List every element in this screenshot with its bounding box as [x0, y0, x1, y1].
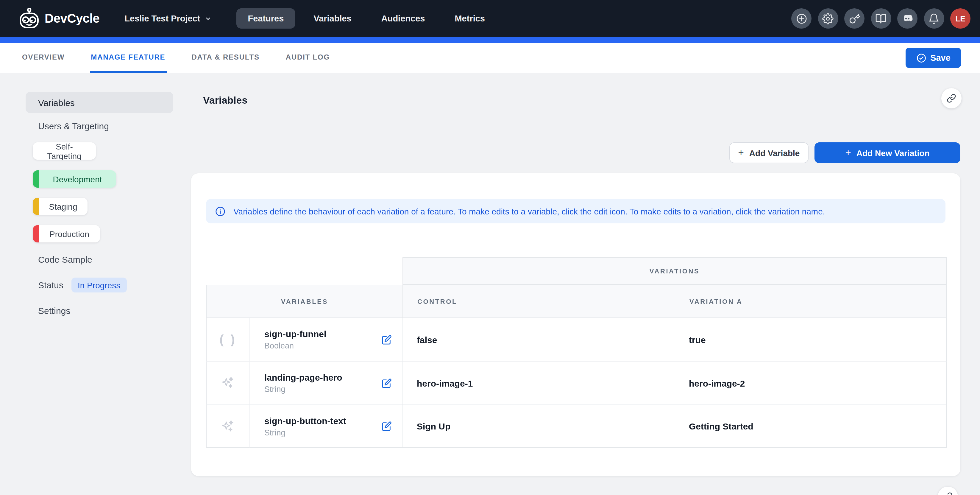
- env-label: Staging: [39, 202, 88, 211]
- save-button[interactable]: Save: [905, 48, 961, 68]
- save-button-label: Save: [930, 53, 951, 62]
- feature-progress-strip: [0, 37, 980, 43]
- top-navbar: DevCycle Leslie Test Project Features Va…: [0, 0, 980, 37]
- variations-group-header: VARIATIONS: [402, 257, 947, 285]
- sidebar-item-status[interactable]: Status: [38, 280, 64, 290]
- variation-a-column-label[interactable]: VARIATION A: [675, 298, 947, 305]
- gear-icon: [822, 13, 834, 24]
- variation-column-headers: CONTROL VARIATION A: [402, 285, 947, 318]
- control-value-cell: false: [402, 318, 675, 361]
- variables-column-label: VARIABLES: [281, 298, 328, 305]
- sparkles-type-icon: [220, 375, 236, 391]
- project-selector-label: Leslie Test Project: [124, 14, 200, 23]
- nav-item-variables[interactable]: Variables: [302, 8, 363, 29]
- variable-name: sign-up-button-text: [264, 415, 368, 426]
- api-keys-button[interactable]: [844, 8, 864, 29]
- bell-icon: [928, 13, 940, 24]
- project-selector[interactable]: Leslie Test Project: [124, 14, 212, 23]
- table-row-type-icon-cell: ( ): [206, 318, 250, 361]
- env-development-color-bar: [33, 170, 39, 188]
- sidebar-item-code-sample[interactable]: Code Sample: [38, 255, 92, 264]
- variables-card: Variables define the behaviour of each v…: [191, 173, 960, 476]
- env-production-color-bar: [33, 225, 39, 242]
- tab-audit-log[interactable]: AUDIT LOG: [285, 43, 331, 73]
- variable-name: sign-up-funnel: [264, 329, 368, 339]
- sparkles-type-icon: [220, 419, 236, 434]
- sidebar-env-self-targeting[interactable]: Self-Targeting: [33, 142, 96, 160]
- feature-tabbar: OVERVIEW MANAGE FEATURE DATA & RESULTS A…: [0, 43, 980, 73]
- chevron-down-icon: [205, 15, 212, 22]
- devcycle-robot-icon: [18, 7, 40, 30]
- sidebar-item-users-targeting[interactable]: Users & Targeting: [38, 121, 109, 131]
- variable-type: String: [264, 428, 368, 437]
- plus-icon: +: [738, 147, 744, 158]
- control-value-cell: Sign Up: [402, 405, 675, 448]
- add-variable-button[interactable]: + Add Variable: [729, 142, 808, 163]
- variable-name: landing-page-hero: [264, 372, 368, 382]
- sidebar-env-production[interactable]: Production: [33, 225, 100, 242]
- brand-name: DevCycle: [45, 11, 99, 25]
- table-row-type-icon-cell: [206, 405, 250, 448]
- brand-logo[interactable]: DevCycle: [18, 7, 99, 30]
- user-avatar[interactable]: LE: [950, 8, 970, 29]
- nav-item-audiences[interactable]: Audiences: [370, 8, 436, 29]
- tab-manage-feature[interactable]: MANAGE FEATURE: [90, 43, 166, 73]
- add-new-variation-button[interactable]: + Add New Variation: [815, 142, 960, 163]
- env-label: Self-Targeting: [33, 142, 96, 160]
- table-row-variable-cell: landing-page-hero String: [250, 361, 402, 405]
- edit-variable-button[interactable]: [379, 333, 393, 347]
- sidebar-item-variables[interactable]: Variables: [25, 92, 173, 113]
- env-staging-color-bar: [33, 198, 39, 215]
- variable-type: String: [264, 385, 368, 394]
- table-row-type-icon-cell: [206, 361, 250, 405]
- info-banner: Variables define the behaviour of each v…: [206, 199, 945, 223]
- env-label: Production: [39, 229, 100, 239]
- edit-variable-button[interactable]: [379, 376, 393, 390]
- plus-icon: +: [845, 147, 851, 158]
- table-row-variable-cell: sign-up-button-text String: [250, 405, 402, 448]
- table-row-variable-cell: sign-up-funnel Boolean: [250, 318, 402, 361]
- info-icon: [215, 206, 226, 216]
- page-content: Variables Users & Targeting Self-Targeti…: [0, 73, 980, 495]
- nav-item-features[interactable]: Features: [236, 8, 295, 29]
- discord-icon: [901, 13, 913, 24]
- section-divider: [185, 117, 966, 117]
- plus-circle-icon: [796, 13, 807, 24]
- nav-item-metrics[interactable]: Metrics: [443, 8, 496, 29]
- sidebar-env-development[interactable]: Development: [33, 170, 116, 188]
- control-value-cell: hero-image-1: [402, 361, 675, 405]
- check-circle-icon: [916, 53, 926, 63]
- boolean-type-icon: ( ): [220, 333, 237, 347]
- info-banner-text: Variables define the behaviour of each v…: [233, 206, 825, 216]
- variable-type: Boolean: [264, 341, 368, 350]
- tab-data-results[interactable]: DATA & RESULTS: [190, 43, 261, 73]
- env-label: Development: [39, 174, 116, 184]
- sidebar-item-settings[interactable]: Settings: [38, 306, 70, 316]
- variation-a-value-cell: hero-image-2: [675, 361, 947, 405]
- settings-button[interactable]: [818, 8, 838, 29]
- link-icon: [947, 94, 956, 103]
- variables-column-header: VARIABLES: [206, 285, 402, 318]
- key-icon: [849, 13, 860, 24]
- primary-nav: Features Variables Audiences Metrics: [229, 8, 496, 29]
- section-permalink-button[interactable]: [941, 88, 961, 108]
- docs-button[interactable]: [871, 8, 891, 29]
- status-badge: In Progress: [71, 278, 127, 293]
- tab-overview[interactable]: OVERVIEW: [21, 43, 66, 73]
- create-new-button[interactable]: [791, 8, 811, 29]
- page-title: Variables: [203, 95, 247, 107]
- edit-variable-button[interactable]: [379, 419, 393, 433]
- add-new-variation-label: Add New Variation: [856, 148, 930, 158]
- discord-button[interactable]: [897, 8, 918, 29]
- book-open-icon: [875, 13, 886, 24]
- variation-a-value-cell: true: [675, 318, 947, 361]
- sidebar-env-staging[interactable]: Staging: [33, 198, 88, 215]
- variation-a-value-cell: Getting Started: [675, 405, 947, 448]
- next-section-permalink-button[interactable]: [938, 487, 958, 495]
- control-column-label: CONTROL: [403, 298, 675, 305]
- notifications-button[interactable]: [924, 8, 944, 29]
- link-icon: [943, 492, 953, 495]
- app-window: DevCycle Leslie Test Project Features Va…: [0, 0, 980, 495]
- variables-table: VARIATIONS VARIABLES CONTROL VARIATION A…: [206, 257, 947, 448]
- add-variable-label: Add Variable: [749, 148, 800, 158]
